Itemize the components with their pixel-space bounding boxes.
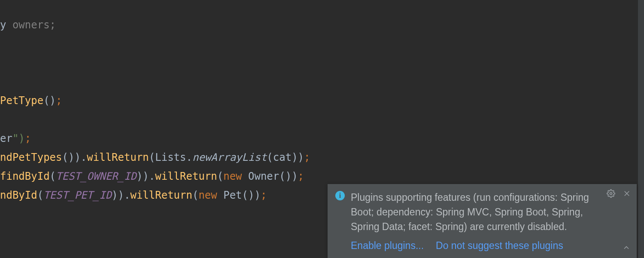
code-line[interactable]: y owners; (0, 15, 637, 34)
code-token: )). (137, 170, 155, 182)
code-token: ") (12, 132, 25, 144)
code-token: new (198, 189, 223, 201)
code-token: TEST_PET_ID (43, 189, 112, 201)
code-token: . (186, 151, 192, 163)
code-token: newArrayList (192, 151, 267, 163)
code-token: Owner (248, 170, 279, 182)
code-line[interactable] (0, 53, 637, 72)
gear-icon[interactable] (607, 189, 615, 198)
notification-message: Plugins supporting features (run configu… (351, 190, 629, 234)
code-token: ( (50, 170, 56, 182)
code-token: willReturn (155, 170, 217, 182)
code-token: (cat)) (267, 151, 304, 163)
code-line[interactable] (0, 34, 637, 53)
code-token: Lists (155, 151, 186, 163)
info-icon: i (335, 191, 345, 200)
code-token: owners; (12, 19, 56, 31)
code-token: )). (112, 189, 130, 201)
code-line[interactable] (0, 72, 637, 91)
code-token: ; (261, 189, 267, 201)
chevron-up-icon[interactable] (622, 243, 631, 252)
code-token: () (43, 95, 56, 107)
code-token: Pet (223, 189, 242, 201)
plugin-notification: i Plugins supporting features (run confi… (328, 184, 637, 258)
code-token: ( (217, 170, 223, 182)
code-token: ; (298, 170, 304, 182)
code-token: ndPetTypes (0, 151, 62, 163)
code-token: willReturn (130, 189, 192, 201)
code-token: ; (25, 132, 31, 144)
code-token: er (0, 132, 12, 144)
vertical-scrollbar[interactable] (638, 0, 644, 258)
code-token: ()). (62, 151, 87, 163)
code-line[interactable]: findById(TEST_OWNER_ID)).willReturn(new … (0, 167, 637, 186)
code-token: TEST_OWNER_ID (56, 170, 137, 182)
code-token: findById (0, 170, 50, 182)
code-token: ( (37, 189, 43, 201)
code-line[interactable]: ndPetTypes()).willReturn(Lists.newArrayL… (0, 148, 637, 167)
code-token: PetType (0, 95, 43, 107)
close-icon[interactable] (623, 190, 631, 197)
code-token: willReturn (87, 151, 149, 163)
code-line[interactable]: er"); (0, 129, 637, 148)
code-token: y (0, 19, 12, 31)
code-token: ndById (0, 189, 37, 201)
code-token: ()) (279, 170, 298, 182)
code-token: new (223, 170, 248, 182)
code-token: ( (149, 151, 155, 163)
code-token: ; (56, 95, 62, 107)
code-line[interactable] (0, 110, 637, 129)
svg-point-0 (610, 193, 612, 195)
do-not-suggest-link[interactable]: Do not suggest these plugins (436, 238, 563, 253)
code-token: ; (304, 151, 310, 163)
code-line[interactable]: PetType(); (0, 91, 637, 110)
enable-plugins-link[interactable]: Enable plugins... (351, 238, 424, 253)
code-token: ( (192, 189, 198, 201)
code-token: ()) (242, 189, 261, 201)
